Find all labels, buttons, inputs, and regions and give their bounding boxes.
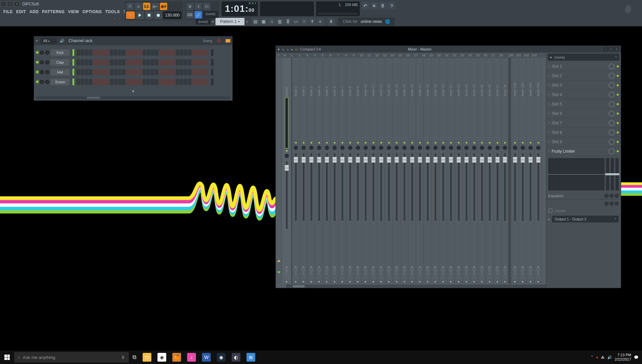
view-pianoroll-icon[interactable]: ♫ [268, 18, 275, 25]
fx-enable-icon[interactable] [302, 266, 305, 268]
step[interactable] [138, 69, 142, 75]
step[interactable] [85, 79, 88, 85]
track-enable-led[interactable] [388, 142, 390, 144]
fx-enable-icon[interactable] [318, 266, 320, 268]
step[interactable] [151, 79, 154, 85]
fx-slot[interactable]: ▾Slot 6 [546, 109, 621, 118]
insert-track[interactable]: Insert 8 [346, 58, 354, 284]
eq-knob-1[interactable] [605, 194, 609, 198]
track-fader[interactable] [404, 153, 405, 221]
track-enable-led[interactable] [537, 142, 539, 144]
fx-enable-icon[interactable] [521, 266, 524, 268]
track-route-arrow-icon[interactable] [496, 272, 499, 274]
step[interactable] [89, 79, 92, 85]
step[interactable] [101, 69, 105, 75]
track-send-knob[interactable] [536, 275, 540, 279]
track-header-cell[interactable]: 4 [311, 53, 319, 58]
slot-menu-icon[interactable]: ▾ [548, 74, 550, 77]
mixer-scrollbar[interactable] [286, 284, 546, 288]
tempo-display[interactable]: 130.000 [163, 11, 181, 19]
track-send-knob[interactable] [403, 275, 406, 279]
track-route-arrow-icon[interactable] [349, 272, 351, 274]
insert-track[interactable]: Insert 23 [463, 58, 470, 284]
step[interactable] [134, 59, 138, 65]
fx-enable-icon[interactable] [325, 266, 328, 268]
track-header-cell[interactable]: 102 [523, 53, 530, 58]
track-fader[interactable] [489, 153, 491, 221]
channel-button[interactable]: Kick [51, 49, 69, 56]
channel-button[interactable]: Snare [51, 79, 69, 85]
swing-knob[interactable] [217, 39, 221, 43]
graph-editor-icon[interactable] [226, 39, 230, 42]
track-pan-knob[interactable] [441, 146, 445, 150]
track-enable-led[interactable] [396, 142, 398, 144]
route-in-dd[interactable]: ▸(none)▾ [548, 54, 619, 61]
slot-mix-knob[interactable] [609, 63, 615, 69]
step[interactable] [159, 50, 163, 56]
step[interactable] [126, 50, 130, 56]
step[interactable] [143, 50, 146, 56]
step[interactable] [184, 50, 187, 56]
master-track[interactable]: Master [282, 58, 292, 284]
track-mute-icon[interactable] [521, 269, 524, 271]
track-mute-icon[interactable] [418, 269, 421, 271]
track-mute-icon[interactable] [285, 269, 288, 271]
task-view-icon[interactable]: ⧉ [129, 351, 140, 364]
track-fader[interactable] [497, 153, 498, 221]
track-header-cell[interactable]: 103 [530, 53, 538, 58]
channel-vol-knob[interactable] [45, 70, 49, 74]
track-pan-knob[interactable] [332, 146, 337, 150]
fx-slot-active[interactable]: ▾Fruity Limiter [546, 147, 621, 156]
eq-freq-3[interactable] [615, 202, 619, 206]
channel-mute-led[interactable] [36, 71, 38, 73]
step[interactable] [97, 59, 101, 65]
track-enable-led[interactable] [411, 142, 413, 144]
step[interactable] [118, 79, 121, 85]
step[interactable] [180, 59, 183, 65]
track-fader[interactable] [411, 153, 413, 221]
fx-enable-icon[interactable] [341, 266, 344, 268]
track-fader[interactable] [458, 153, 460, 221]
track-route-arrow-icon[interactable] [488, 272, 491, 274]
track-enable-led[interactable] [349, 142, 351, 144]
step[interactable] [147, 69, 150, 75]
channel-vol-knob[interactable] [45, 51, 49, 55]
step[interactable] [93, 69, 97, 75]
track-fader[interactable] [365, 153, 367, 221]
track-route-arrow-icon[interactable] [341, 272, 344, 274]
insert-track[interactable]: Insert 20 [439, 58, 447, 284]
track-enable-led[interactable] [504, 142, 506, 144]
track-send-knob[interactable] [480, 275, 484, 279]
track-pan-knob[interactable] [379, 146, 383, 150]
menu-add[interactable]: ADD [29, 9, 39, 14]
slot-mix-knob[interactable] [609, 73, 615, 79]
view-mixer-icon[interactable]: 🎛 [284, 18, 292, 25]
menu-patterns[interactable]: PATTERNS [42, 9, 65, 14]
slot-enable-led[interactable] [617, 131, 619, 133]
eq-freq-1[interactable] [605, 202, 609, 206]
fx-enable-icon[interactable] [457, 266, 460, 268]
mixer-nudge-right-icon[interactable]: ⊥ [286, 48, 289, 51]
track-header-cell[interactable]: 27 [490, 53, 497, 58]
track-header-cell[interactable]: 22 [451, 53, 459, 58]
track-header-cell[interactable]: 7 [334, 53, 342, 58]
track-mute-icon[interactable] [504, 269, 506, 271]
slot-enable-led[interactable] [617, 122, 619, 124]
channel-add-button[interactable]: + [36, 87, 230, 96]
fx-enable-icon[interactable] [480, 266, 483, 268]
track-send-knob[interactable] [441, 275, 445, 279]
mixer-layout-dd[interactable]: Compact 2 ▾ [300, 47, 321, 52]
fx-enable-icon[interactable] [356, 266, 359, 268]
step[interactable] [204, 59, 208, 65]
track-route-arrow-icon[interactable] [356, 272, 359, 274]
step[interactable] [85, 59, 88, 65]
slot-enable-led[interactable] [617, 103, 619, 105]
track-enable-led[interactable] [373, 142, 374, 144]
tb-eclipse[interactable]: ◐ [229, 351, 243, 364]
track-mute-icon[interactable] [349, 269, 351, 271]
step[interactable] [176, 69, 179, 75]
step[interactable] [85, 50, 88, 56]
track-mute-icon[interactable] [529, 269, 532, 271]
track-enable-led[interactable] [466, 142, 467, 144]
fx-slot[interactable]: ▾Slot 3 [546, 81, 621, 90]
